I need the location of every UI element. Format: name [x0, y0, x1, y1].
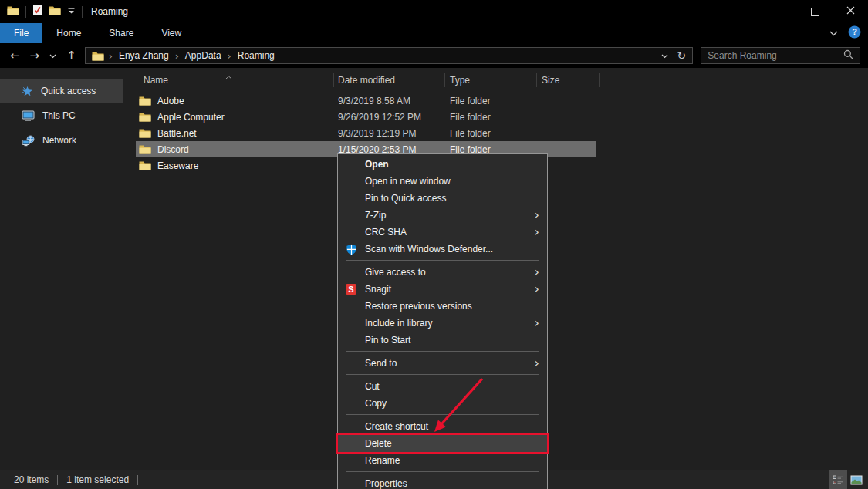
ribbon-expand-chevron-icon[interactable]: [829, 28, 838, 39]
ribbon: FileHomeShareView ?: [0, 23, 868, 43]
file-row-adobe[interactable]: Adobe9/3/2019 8:58 AMFile folder: [136, 93, 596, 109]
menu-item-copy[interactable]: Copy: [338, 395, 547, 412]
folder-icon: [139, 112, 151, 122]
submenu-arrow-icon: ›: [535, 282, 539, 296]
tab-file[interactable]: File: [0, 23, 42, 43]
file-name: Discord: [157, 144, 189, 155]
breadcrumb-item-roaming[interactable]: Roaming: [236, 50, 276, 61]
menu-icon-slot: [344, 300, 358, 312]
minimize-button[interactable]: [762, 0, 797, 23]
menu-item-label: Send to: [365, 358, 397, 369]
menu-item-rename[interactable]: Rename: [338, 452, 547, 469]
menu-item-crc-sha[interactable]: CRC SHA›: [338, 224, 547, 241]
menu-icon-slot: [344, 380, 358, 393]
sidebar-item-label: Quick access: [41, 86, 96, 96]
file-name: Adobe: [157, 96, 184, 106]
column-header-date[interactable]: Date modified: [338, 75, 395, 86]
menu-icon-slot: [344, 192, 358, 204]
tab-view[interactable]: View: [147, 23, 195, 43]
close-button[interactable]: [833, 0, 868, 23]
column-divider[interactable]: [536, 73, 537, 87]
ribbon-right-controls: ?: [829, 23, 861, 43]
breadcrumb-separator-icon: ›: [171, 50, 184, 62]
back-button[interactable]: ←: [10, 50, 20, 62]
breadcrumb-separator-icon: ›: [104, 50, 117, 62]
menu-item-include-in-library[interactable]: Include in library›: [338, 315, 547, 332]
column-divider[interactable]: [444, 73, 445, 87]
sidebar-item-this-pc[interactable]: This PC: [0, 103, 123, 128]
menu-item-label: Give access to: [365, 267, 426, 278]
maximize-icon: [811, 8, 819, 16]
menu-item-pin-to-quick-access[interactable]: Pin to Quick access: [338, 190, 547, 207]
menu-item-delete[interactable]: Delete: [338, 435, 547, 452]
menu-item-7-zip[interactable]: 7-Zip›: [338, 207, 547, 224]
file-date-modified: 9/3/2019 12:19 PM: [338, 128, 416, 139]
file-row-apple-computer[interactable]: Apple Computer9/26/2019 12:52 PMFile fol…: [136, 109, 596, 125]
forward-button[interactable]: →: [30, 50, 40, 62]
thumbnail-view-button[interactable]: [847, 470, 866, 489]
column-header-type[interactable]: Type: [450, 75, 470, 86]
toolbar-divider: [25, 6, 26, 18]
submenu-arrow-icon: ›: [535, 224, 539, 239]
svg-text:?: ?: [852, 27, 857, 36]
menu-icon-slot: [344, 175, 358, 187]
menu-icon-slot: [344, 317, 358, 329]
sidebar-item-network[interactable]: Network: [0, 128, 123, 153]
menu-item-open[interactable]: Open: [338, 156, 547, 173]
menu-item-scan-with-windows-defender[interactable]: Scan with Windows Defender...: [338, 241, 547, 258]
refresh-icon[interactable]: ↻: [677, 50, 687, 61]
qat-customize-chevron-icon[interactable]: [67, 6, 76, 17]
breadcrumb-item-appdata[interactable]: AppData: [184, 50, 223, 61]
file-row-battle-net[interactable]: Battle.net9/3/2019 12:19 PMFile folder: [136, 125, 596, 141]
column-header-name[interactable]: Name: [144, 75, 168, 86]
help-button[interactable]: ?: [848, 25, 861, 41]
search-icon: [843, 49, 853, 62]
address-box[interactable]: ›Enya Zhang›AppData›Roaming ↻: [85, 47, 694, 64]
submenu-arrow-icon: ›: [535, 265, 539, 279]
details-view-button[interactable]: [829, 470, 847, 489]
maximize-button[interactable]: [797, 0, 833, 23]
column-headers: Name Date modified Type Size: [123, 71, 868, 89]
snagit-icon: [344, 283, 358, 295]
breadcrumb: ›Enya Zhang›AppData›Roaming: [92, 50, 276, 62]
column-divider[interactable]: [333, 73, 334, 87]
menu-item-give-access-to[interactable]: Give access to›: [338, 264, 547, 281]
breadcrumb-separator-icon: ›: [223, 50, 236, 62]
recent-locations-chevron-icon[interactable]: [49, 50, 56, 61]
menu-item-label: Open in new window: [365, 176, 451, 187]
file-explorer-window: Roaming FileHomeShareView ? ← → ↑ ›Enya …: [0, 0, 868, 489]
menu-item-label: 7-Zip: [365, 210, 386, 221]
address-dropdown-chevron-icon[interactable]: [661, 50, 668, 61]
new-folder-icon[interactable]: [49, 5, 61, 18]
menu-icon-slot: [344, 334, 358, 346]
tab-home[interactable]: Home: [42, 23, 95, 43]
menu-item-label: Create shortcut: [365, 421, 428, 432]
column-divider[interactable]: [599, 73, 600, 87]
up-button[interactable]: ↑: [66, 50, 76, 62]
menu-item-label: CRC SHA: [365, 227, 407, 238]
file-date-modified: 9/3/2019 8:58 AM: [338, 96, 410, 106]
menu-item-create-shortcut[interactable]: Create shortcut: [338, 418, 547, 435]
this-pc-icon: [22, 110, 35, 122]
breadcrumb-item-enya-zhang[interactable]: Enya Zhang: [117, 50, 171, 61]
menu-item-cut[interactable]: Cut: [338, 378, 547, 395]
properties-icon[interactable]: [32, 5, 42, 19]
menu-icon-slot: [344, 397, 358, 410]
column-header-size[interactable]: Size: [542, 75, 559, 86]
menu-item-restore-previous-versions[interactable]: Restore previous versions: [338, 298, 547, 315]
menu-item-pin-to-start[interactable]: Pin to Start: [338, 332, 547, 349]
sidebar-item-label: This PC: [42, 110, 76, 121]
quick-access-star-icon: [22, 86, 33, 97]
menu-item-label: Scan with Windows Defender...: [365, 244, 493, 255]
tab-share[interactable]: Share: [95, 23, 147, 43]
menu-item-open-in-new-window[interactable]: Open in new window: [338, 173, 547, 190]
sidebar-item-quick-access[interactable]: Quick access: [0, 79, 123, 103]
menu-item-send-to[interactable]: Send to›: [338, 355, 547, 372]
menu-item-label: Cut: [365, 381, 380, 392]
search-input[interactable]: [708, 50, 843, 61]
menu-icon-slot: [344, 437, 358, 450]
titlebar: Roaming: [0, 0, 868, 23]
menu-item-snagit[interactable]: Snagit›: [338, 281, 547, 298]
menu-item-label: Open: [365, 159, 389, 170]
menu-item-properties[interactable]: Properties: [338, 475, 547, 489]
